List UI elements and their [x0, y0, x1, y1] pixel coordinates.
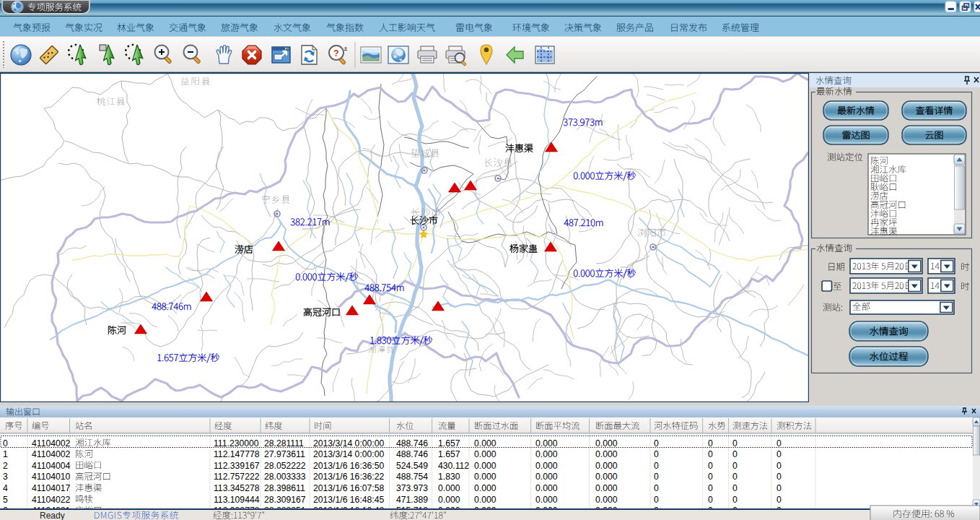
svg-text:113.345278: 113.345278 — [214, 483, 260, 493]
svg-text:0.000: 0.000 — [595, 483, 618, 493]
svg-text:2013/1/6 16:48:45: 2013/1/6 16:48:45 — [313, 495, 384, 505]
svg-text:0.000: 0.000 — [595, 461, 618, 471]
svg-text:0: 0 — [708, 495, 713, 505]
svg-text:Ready: Ready — [40, 511, 65, 520]
svg-text:1: 1 — [3, 449, 8, 459]
svg-text:113.109444: 113.109444 — [214, 495, 260, 505]
svg-text:0: 0 — [654, 461, 659, 471]
svg-text:2013/1/6 16:36:50: 2013/1/6 16:36:50 — [313, 461, 384, 471]
svg-text:41104022: 41104022 — [32, 495, 71, 505]
svg-text:0: 0 — [3, 438, 8, 448]
svg-text:0: 0 — [776, 438, 782, 448]
svg-text:0.000: 0.000 — [595, 472, 618, 482]
svg-text:0.000: 0.000 — [474, 461, 496, 471]
svg-text:0.000: 0.000 — [535, 449, 558, 459]
svg-text:0.000: 0.000 — [438, 495, 460, 505]
svg-text:0: 0 — [732, 461, 738, 471]
svg-text:2: 2 — [3, 461, 8, 471]
svg-text:2013/3/14 0:00:00: 2013/3/14 0:00:00 — [313, 438, 384, 448]
svg-text:28.281111: 28.281111 — [264, 438, 304, 448]
svg-text:41104017: 41104017 — [32, 483, 71, 493]
svg-text:0: 0 — [654, 483, 659, 493]
svg-text:524.549: 524.549 — [396, 461, 428, 471]
svg-text:471.389: 471.389 — [396, 495, 428, 505]
svg-text:1.830: 1.830 — [438, 472, 460, 482]
svg-text:1.657: 1.657 — [438, 438, 460, 448]
svg-text:111.230000: 111.230000 — [214, 438, 259, 448]
svg-text:0: 0 — [708, 483, 713, 493]
svg-text:1.657: 1.657 — [438, 449, 460, 459]
svg-text:0.000: 0.000 — [595, 495, 618, 505]
svg-text:0: 0 — [654, 438, 659, 448]
svg-text:41104010: 41104010 — [32, 472, 71, 482]
svg-text:0.000: 0.000 — [595, 438, 618, 448]
svg-text:5: 5 — [3, 495, 8, 505]
svg-text:0: 0 — [776, 472, 782, 482]
svg-text:0.000: 0.000 — [474, 483, 496, 493]
svg-text:0.000: 0.000 — [535, 495, 558, 505]
svg-text:2013/1/6 16:36:22: 2013/1/6 16:36:22 — [313, 472, 384, 482]
svg-text:41104004: 41104004 — [32, 461, 71, 471]
svg-text:0: 0 — [708, 461, 713, 471]
svg-text:0.000: 0.000 — [438, 483, 460, 493]
svg-text:0: 0 — [776, 461, 782, 471]
svg-text:28.398611: 28.398611 — [264, 483, 305, 493]
svg-text:0: 0 — [776, 449, 782, 459]
svg-text:0.000: 0.000 — [474, 472, 496, 482]
svg-text:430.112: 430.112 — [438, 461, 469, 471]
svg-text:0: 0 — [732, 483, 738, 493]
svg-text:0.000: 0.000 — [535, 483, 558, 493]
svg-text:0: 0 — [776, 483, 782, 493]
svg-text:112.339167: 112.339167 — [214, 461, 260, 471]
svg-text:41104002: 41104002 — [32, 438, 71, 448]
svg-text:488.746: 488.746 — [396, 449, 428, 459]
svg-text:373.973: 373.973 — [396, 483, 428, 493]
svg-text:0.000: 0.000 — [535, 461, 558, 471]
svg-text:0.000: 0.000 — [535, 438, 558, 448]
svg-text:2013/1/6 16:07:58: 2013/1/6 16:07:58 — [313, 483, 384, 493]
svg-text:0.000: 0.000 — [535, 472, 558, 482]
svg-text:28.003333: 28.003333 — [264, 472, 306, 482]
svg-text:0: 0 — [732, 449, 738, 459]
svg-text:0: 0 — [732, 438, 738, 448]
svg-text:3: 3 — [3, 472, 8, 482]
svg-text:28.052222: 28.052222 — [264, 461, 306, 471]
svg-text:0: 0 — [708, 438, 713, 448]
svg-text:112.147778: 112.147778 — [214, 449, 260, 459]
svg-text:0: 0 — [654, 472, 659, 482]
svg-text:0.000: 0.000 — [474, 495, 496, 505]
svg-text:?: ? — [333, 48, 338, 58]
svg-text:4: 4 — [3, 483, 8, 493]
svg-text:0: 0 — [708, 472, 713, 482]
svg-text:0: 0 — [732, 495, 738, 505]
svg-text:2013/3/14 0:00:00: 2013/3/14 0:00:00 — [313, 449, 384, 459]
svg-text:±: ± — [344, 45, 348, 52]
svg-text:488.746: 488.746 — [396, 438, 428, 448]
svg-text:112.757222: 112.757222 — [214, 472, 260, 482]
svg-text:0: 0 — [708, 449, 713, 459]
svg-text:0: 0 — [654, 449, 659, 459]
svg-text:0: 0 — [654, 495, 659, 505]
svg-text:488.754: 488.754 — [396, 472, 428, 482]
svg-text:28.309167: 28.309167 — [264, 495, 306, 505]
svg-text:27.973611: 27.973611 — [264, 449, 305, 459]
svg-text:0.000: 0.000 — [595, 449, 618, 459]
svg-text:41104002: 41104002 — [32, 449, 71, 459]
svg-text:0.000: 0.000 — [474, 449, 496, 459]
svg-text:0: 0 — [776, 495, 782, 505]
svg-text:0.000: 0.000 — [474, 438, 496, 448]
svg-text:0: 0 — [732, 472, 738, 482]
